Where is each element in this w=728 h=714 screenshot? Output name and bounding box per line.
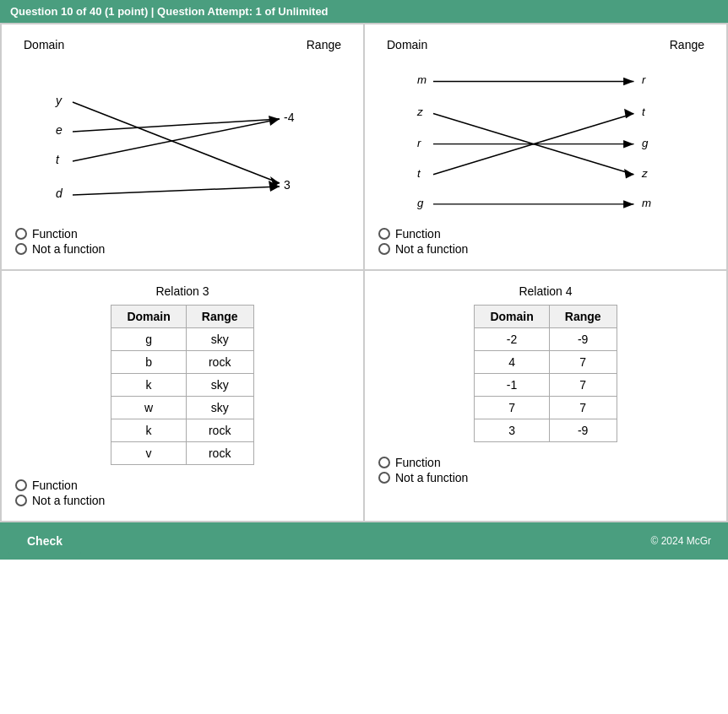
- svg-text:g: g: [642, 137, 649, 149]
- domain-cell: -2: [475, 328, 549, 351]
- range-cell: sky: [186, 328, 253, 351]
- svg-text:m: m: [642, 197, 651, 209]
- relation2-svg: m z r t g r t g z m: [378, 58, 713, 219]
- range-cell: -9: [549, 328, 617, 351]
- relation3-not-function-label: Not a function: [32, 494, 105, 507]
- relation2-function-label: Function: [395, 227, 441, 241]
- relation3-table: Domain Range gskybrockkskywskykrockvrock: [111, 305, 253, 465]
- domain-cell: 3: [475, 419, 549, 442]
- range-cell: sky: [186, 397, 253, 419]
- relation3-domain-header: Domain: [111, 306, 186, 328]
- copyright-text: © 2024 McGr: [650, 535, 720, 547]
- relation2-radio-not-function[interactable]: [378, 243, 390, 255]
- domain-cell: 4: [475, 351, 549, 374]
- svg-text:z: z: [641, 167, 648, 180]
- relation1-quadrant: Domain Range y e t d -4 3: [1, 24, 364, 270]
- domain-cell: v: [111, 442, 186, 465]
- relation1-diagram: y e t d -4 3: [15, 58, 350, 219]
- relation4-function-label: Function: [395, 456, 441, 469]
- relation1-function-label: Function: [32, 227, 78, 241]
- relation1-radio-function[interactable]: [15, 228, 27, 240]
- svg-text:t: t: [417, 167, 421, 180]
- svg-text:z: z: [416, 105, 423, 118]
- table-row: brock: [111, 351, 253, 374]
- relation2-option-not-function[interactable]: Not a function: [378, 242, 713, 256]
- relation4-not-function-label: Not a function: [395, 471, 468, 484]
- domain-cell: g: [111, 328, 186, 351]
- range-cell: -9: [549, 419, 617, 442]
- relation4-domain-header: Domain: [475, 306, 549, 328]
- relation4-container: Relation 4 Domain Range -2-947-17773-9: [378, 284, 713, 451]
- relation4-option-function[interactable]: Function: [378, 456, 713, 469]
- relation3-quadrant: Relation 3 Domain Range gskybrockkskywsk…: [1, 270, 364, 522]
- relation2-option-function[interactable]: Function: [378, 227, 713, 241]
- main-content: Domain Range y e t d -4 3: [0, 23, 728, 522]
- range-cell: rock: [186, 419, 253, 442]
- relation1-domain-label: Domain: [24, 38, 64, 51]
- relation4-title: Relation 4: [519, 284, 572, 298]
- table-row: krock: [111, 419, 253, 442]
- range-cell: sky: [186, 374, 253, 397]
- relation2-radio-function[interactable]: [378, 228, 390, 240]
- table-row: 47: [475, 351, 617, 374]
- relation3-radio-not-function[interactable]: [15, 495, 27, 506]
- range-cell: 7: [549, 374, 617, 397]
- relation3-option-function[interactable]: Function: [15, 479, 350, 492]
- header: Question 10 of 40 (1 point) | Question A…: [0, 0, 728, 23]
- range-cell: rock: [186, 351, 253, 374]
- svg-text:m: m: [417, 73, 426, 86]
- svg-text:t: t: [642, 105, 646, 118]
- table-row: ksky: [111, 374, 253, 397]
- check-button[interactable]: Check: [8, 527, 81, 554]
- header-text: Question 10 of 40 (1 point) | Question A…: [10, 5, 329, 18]
- relation1-labels: Domain Range: [15, 38, 350, 51]
- relation1-range-label: Range: [307, 38, 341, 51]
- svg-text:r: r: [642, 73, 646, 86]
- relation3-option-not-function[interactable]: Not a function: [15, 494, 350, 507]
- domain-cell: -1: [475, 374, 549, 397]
- relation4-radio-not-function[interactable]: [378, 472, 390, 484]
- svg-line-6: [73, 102, 280, 183]
- relation2-diagram: m z r t g r t g z m: [378, 58, 713, 219]
- relation4-table: Domain Range -2-947-17773-9: [474, 305, 617, 442]
- table-row: 77: [475, 397, 617, 419]
- relation1-options: Function Not a function: [15, 227, 350, 256]
- domain-cell: 7: [475, 397, 549, 419]
- svg-text:e: e: [56, 123, 62, 137]
- table-row: gsky: [111, 328, 253, 351]
- svg-text:g: g: [417, 197, 424, 209]
- relation4-range-header: Range: [549, 306, 617, 328]
- range-cell: rock: [186, 442, 253, 465]
- svg-marker-24: [623, 78, 633, 86]
- relation2-not-function-label: Not a function: [395, 242, 468, 256]
- relation3-radio-function[interactable]: [15, 479, 27, 491]
- relation3-options: Function Not a function: [15, 479, 350, 507]
- relation1-radio-not-function[interactable]: [15, 243, 27, 255]
- relation1-svg: y e t d -4 3: [15, 58, 350, 219]
- svg-marker-32: [623, 200, 633, 208]
- relation3-title: Relation 3: [155, 284, 209, 298]
- relation4-quadrant: Relation 4 Domain Range -2-947-17773-9 F…: [364, 270, 727, 522]
- relation3-function-label: Function: [32, 479, 78, 492]
- svg-marker-28: [623, 140, 633, 149]
- relation4-radio-function[interactable]: [378, 457, 390, 468]
- relation1-option-not-function[interactable]: Not a function: [15, 242, 350, 256]
- domain-cell: k: [111, 419, 186, 442]
- relation4-option-not-function[interactable]: Not a function: [378, 471, 713, 484]
- relation1-option-function[interactable]: Function: [15, 227, 350, 241]
- relation2-domain-label: Domain: [387, 38, 427, 51]
- domain-cell: b: [111, 351, 186, 374]
- relation3-range-header: Range: [186, 306, 253, 328]
- svg-line-11: [73, 187, 280, 195]
- svg-text:r: r: [417, 137, 421, 149]
- footer: Check © 2024 McGr: [0, 522, 728, 560]
- relation2-range-label: Range: [670, 38, 704, 51]
- table-row: -2-9: [475, 328, 617, 351]
- range-cell: 7: [549, 351, 617, 374]
- relation2-labels: Domain Range: [378, 38, 713, 51]
- range-cell: 7: [549, 397, 617, 419]
- relation2-quadrant: Domain Range m z r t g r t g z m: [364, 24, 727, 270]
- table-row: -17: [475, 374, 617, 397]
- table-row: 3-9: [475, 419, 617, 442]
- svg-marker-26: [624, 169, 633, 178]
